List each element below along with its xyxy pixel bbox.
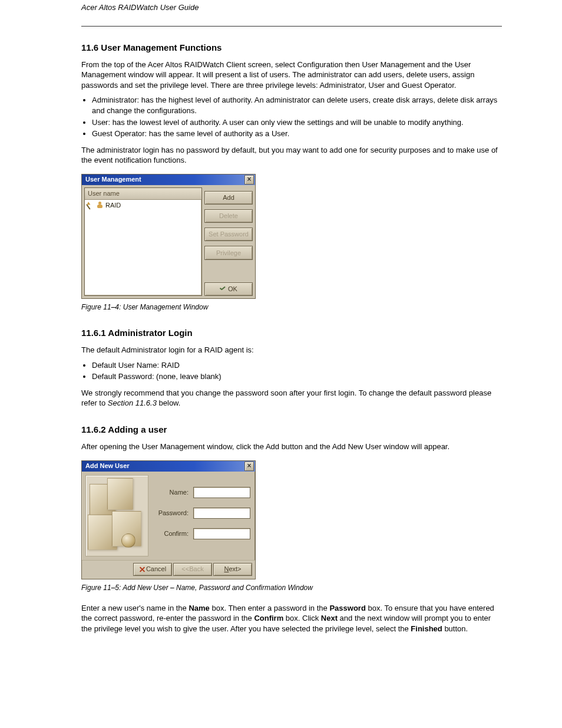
section-link: Section 11.6.3 — [108, 398, 157, 407]
anu-footer: Cancel <<Back Next> — [82, 560, 255, 579]
bullet-user: User: has the lowest level of authority.… — [92, 117, 502, 128]
set-password-button: Set Password — [204, 228, 253, 241]
bold-password: Password — [329, 604, 365, 612]
section-11-6-1-bullets: Default User Name: RAID Default Password… — [92, 360, 502, 382]
p2b: below. — [157, 398, 180, 407]
figure-11-5-caption: Figure 11–5: Add New User – Name, Passwo… — [81, 583, 502, 592]
name-label: Name: — [152, 488, 189, 497]
section-11-6-1-p1: The default Administrator login for a RA… — [81, 345, 502, 355]
bold-finished: Finished — [411, 624, 442, 633]
p3a: Enter a new user's name in the — [81, 604, 189, 612]
section-11-6-1-p2: We strongly recommend that you change th… — [81, 388, 502, 409]
ok-button[interactable]: OK — [204, 282, 253, 296]
um-titlebar: User Management × — [82, 174, 255, 185]
next-underline-letter: N — [224, 565, 229, 574]
back-button: <<Back — [173, 563, 212, 576]
add-button[interactable]: Add — [204, 191, 253, 205]
close-icon[interactable]: × — [244, 175, 254, 185]
x-icon — [139, 566, 144, 572]
check-icon — [220, 286, 226, 292]
section-11-6-bullets: Administrator: has the highest level of … — [92, 95, 502, 139]
password-label: Password: — [152, 509, 189, 518]
next-button[interactable]: Next> — [213, 563, 252, 576]
delete-button: Delete — [204, 209, 253, 223]
section-11-6-1-title: 11.6.1 Administrator Login — [81, 327, 502, 339]
ok-button-label: OK — [228, 285, 237, 294]
bold-next: Next — [321, 614, 338, 622]
privilege-button: Privilege — [204, 246, 253, 259]
add-new-user-dialog: Add New User × Name: Passw — [81, 460, 256, 579]
bullet-admin: Administrator: has the highest level of … — [92, 95, 502, 116]
bullet-default-username: Default User Name: RAID — [92, 360, 502, 371]
pencil-icon — [86, 200, 95, 209]
um-column-header: User name — [85, 188, 201, 200]
section-11-6-2-title: 11.6.2 Adding a user — [81, 424, 502, 436]
bullet-guest: Guest Operator: has the same level of au… — [92, 129, 502, 139]
header-rule — [81, 26, 502, 27]
section-11-6-p1: From the top of the Acer Altos RAIDWatch… — [81, 60, 502, 91]
p3f: button. — [442, 624, 468, 633]
bold-confirm: Confirm — [254, 614, 283, 622]
close-icon[interactable]: × — [244, 462, 254, 471]
name-field[interactable] — [193, 487, 250, 498]
um-row-raid-label: RAID — [105, 201, 121, 210]
user-management-dialog: User Management × User name RAID Add Del… — [81, 174, 256, 299]
person-icon — [97, 202, 103, 208]
p3b: box. Then enter a password in the — [210, 604, 330, 612]
bold-name: Name — [189, 604, 209, 612]
anu-titlebar: Add New User × — [82, 461, 255, 472]
cancel-button[interactable]: Cancel — [133, 563, 172, 576]
section-11-6-2-p2: Enter a new user's name in the Name box.… — [81, 603, 502, 634]
cancel-button-label: Cancel — [146, 565, 166, 574]
section-11-6-title: 11.6 User Management Functions — [81, 42, 502, 54]
next-rest: ext> — [229, 565, 241, 574]
figure-11-5: Add New User × Name: Passw — [81, 460, 502, 579]
anu-fields: Name: Password: Confirm: — [152, 472, 255, 560]
p3d: box. Click — [283, 614, 321, 622]
um-user-list[interactable]: User name RAID — [84, 187, 202, 296]
confirm-field[interactable] — [193, 528, 250, 539]
bullet-default-password: Default Password: (none, leave blank) — [92, 371, 502, 382]
page-header: Acer Altos RAIDWatch User Guide — [81, 2, 502, 13]
anu-title-text: Add New User — [85, 462, 130, 470]
password-field[interactable] — [193, 508, 250, 519]
figure-11-4-caption: Figure 11–4: User Management Window — [81, 302, 502, 312]
um-list-item[interactable]: RAID — [85, 200, 201, 211]
wizard-graphic — [85, 475, 148, 556]
section-11-6-p2: The administrator login has no password … — [81, 145, 502, 166]
um-title-text: User Management — [85, 175, 141, 184]
um-button-column: Add Delete Set Password Privilege OK — [204, 187, 253, 296]
confirm-label: Confirm: — [152, 529, 189, 538]
figure-11-4: User Management × User name RAID Add Del… — [81, 174, 502, 299]
section-11-6-2-p1: After opening the User Management window… — [81, 442, 502, 452]
